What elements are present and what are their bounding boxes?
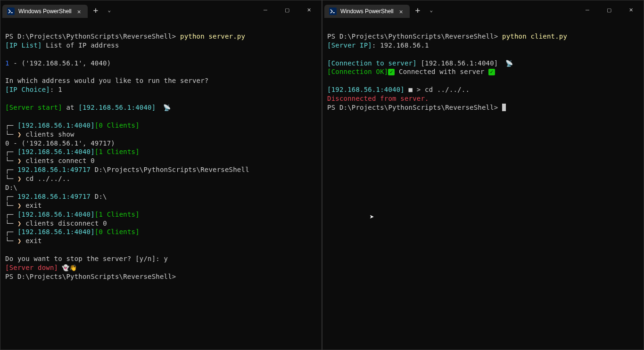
ip-list-tag: [IP List]: [5, 41, 42, 49]
titlebar-right[interactable]: Windows PowerShell ✕ + ⌄ ─ ▢ ✕: [322, 0, 644, 19]
client-entry: 0 - ('192.168.56.1', 49717): [5, 139, 115, 147]
ps-prompt-final: PS D:\Projects\PythonScripts\ReverseShel…: [5, 273, 176, 280]
command: exit: [25, 237, 42, 244]
prompt-arrow: ❯: [17, 220, 22, 227]
prompt-arrow: ❯: [17, 202, 22, 209]
command: cd ../../..: [425, 86, 470, 93]
window-controls: ─ ▢ ✕: [255, 2, 320, 17]
box-bottom: └─: [5, 157, 13, 164]
disconnected-text: Disconnected from server.: [327, 95, 429, 102]
client-path: D:\Projects\PythonScripts\ReverseShell: [91, 166, 249, 173]
box-bottom: └─: [5, 237, 13, 244]
command: clients connect 0: [25, 157, 95, 164]
server-ip-value: 192.168.56.1: [380, 41, 429, 49]
terminal-window-right: Windows PowerShell ✕ + ⌄ ─ ▢ ✕ PS D:\Pro…: [322, 0, 644, 350]
tab-strip: Windows PowerShell ✕ + ⌄: [2, 2, 115, 18]
cd-result: D:\: [5, 184, 17, 191]
client-addr: 192.168.56.1:49717: [17, 166, 91, 173]
square-icon: ■: [405, 86, 417, 93]
stop-question: Do you want to stop the server? [y/n]: y: [5, 255, 168, 262]
powershell-icon: [329, 8, 337, 15]
terminal-window-left: Windows PowerShell ✕ + ⌄ ─ ▢ ✕ PS D:\Pro…: [0, 0, 322, 350]
box-top: ┌─: [5, 211, 13, 218]
check-icon: ✓: [488, 69, 495, 75]
maximize-button[interactable]: ▢: [598, 2, 620, 17]
command-text: python client.py: [502, 33, 567, 40]
colon: :: [50, 86, 58, 93]
connection-ok-tag: [Connection OK]: [327, 68, 388, 75]
ip-choice-tag: [IP Choice]: [5, 86, 50, 93]
tab-powershell[interactable]: Windows PowerShell ✕: [324, 5, 410, 18]
server-start-tag: [Server start]: [5, 104, 62, 111]
box-top: ┌─: [5, 228, 13, 236]
box-bottom: └─: [5, 220, 13, 227]
window-controls: ─ ▢ ✕: [577, 2, 642, 17]
tab-strip: Windows PowerShell ✕ + ⌄: [324, 2, 437, 18]
close-button[interactable]: ✕: [620, 2, 642, 17]
server-down-tag: [Server down]: [5, 264, 58, 271]
cursor: [502, 104, 506, 111]
tab-title: Windows PowerShell: [340, 8, 394, 15]
minimize-button[interactable]: ─: [577, 2, 598, 17]
server-ip-tag: [Server IP]: [327, 41, 372, 49]
connection-tag: [Connection to server]: [327, 59, 417, 67]
choice-value: 1: [58, 86, 62, 93]
prompt-addr: [192.168.56.1:4040]: [17, 211, 95, 218]
prompt-addr: [192.168.56.1:4040]: [17, 122, 95, 129]
prompt-addr: [192.168.56.1:4040]: [17, 228, 95, 236]
box-top: ┌─: [5, 148, 13, 155]
titlebar-left[interactable]: Windows PowerShell ✕ + ⌄ ─ ▢ ✕: [0, 0, 322, 19]
prompt-arrow: ❯: [17, 130, 22, 138]
server-address: [192.168.56.1:4040]: [78, 104, 156, 111]
tab-dropdown-icon[interactable]: ⌄: [426, 7, 437, 13]
new-tab-button[interactable]: +: [89, 5, 103, 15]
clients-count: [1 Clients]: [95, 148, 140, 155]
tab-close-icon[interactable]: ✕: [397, 8, 405, 15]
command: exit: [25, 202, 42, 209]
box-top: ┌─: [5, 193, 13, 200]
clients-count: [1 Clients]: [95, 211, 140, 218]
check-icon: ✓: [388, 69, 395, 75]
box-top: ┌─: [5, 166, 13, 173]
tab-close-icon[interactable]: ✕: [75, 8, 83, 15]
box-bottom: └─: [5, 175, 13, 182]
satellite-icon: 📡: [498, 60, 513, 67]
ip-list-text: List of IP address: [42, 41, 119, 49]
command-text: python server.py: [180, 33, 245, 40]
command: cd ../../..: [25, 175, 70, 182]
tab-powershell[interactable]: Windows PowerShell ✕: [2, 5, 88, 18]
close-button[interactable]: ✕: [298, 2, 320, 17]
ps-prompt: PS D:\Projects\PythonScripts\ReverseShel…: [5, 33, 180, 40]
colon: :: [372, 41, 380, 49]
tab-dropdown-icon[interactable]: ⌄: [104, 7, 115, 13]
gt: >: [417, 86, 425, 93]
command: clients disconnect 0: [25, 220, 107, 227]
box-top: ┌─: [5, 122, 13, 129]
powershell-icon: [7, 8, 15, 15]
command: clients show: [25, 130, 74, 138]
ghost-wave-icon: 👻👋: [58, 264, 77, 271]
entry-number: 1: [5, 59, 9, 67]
connection-addr: [192.168.56.1:4040]: [417, 59, 498, 67]
terminal-content-left[interactable]: PS D:\Projects\PythonScripts\ReverseShel…: [0, 19, 322, 350]
prompt-addr: [192.168.56.1:4040]: [17, 148, 95, 155]
at-text: at: [62, 104, 79, 111]
terminal-content-right[interactable]: PS D:\Projects\PythonScripts\ReverseShel…: [322, 19, 644, 350]
ps-prompt-final: PS D:\Projects\PythonScripts\ReverseShel…: [327, 104, 502, 111]
box-bottom: └─: [5, 130, 13, 138]
prompt-arrow: ❯: [17, 175, 22, 182]
entry-tuple: - ('192.168.56.1', 4040): [9, 59, 111, 67]
prompt-addr: [192.168.56.1:4040]: [327, 86, 405, 93]
client-path: D:\: [91, 193, 107, 200]
maximize-button[interactable]: ▢: [276, 2, 298, 17]
box-bottom: └─: [5, 202, 13, 209]
prompt-arrow: ❯: [17, 157, 22, 164]
satellite-icon: 📡: [156, 104, 171, 111]
ps-prompt: PS D:\Projects\PythonScripts\ReverseShel…: [327, 33, 502, 40]
connected-text: Connected with server: [395, 68, 488, 75]
minimize-button[interactable]: ─: [255, 2, 276, 17]
new-tab-button[interactable]: +: [411, 5, 425, 15]
clients-count: [0 Clients]: [95, 122, 140, 129]
client-addr: 192.168.56.1:49717: [17, 193, 91, 200]
question-text: In which address would you like to run t…: [5, 77, 208, 84]
